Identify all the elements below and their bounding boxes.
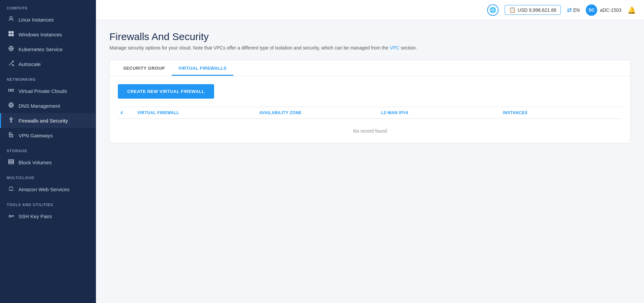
tab-security-group[interactable]: SECURITY GROUP: [116, 60, 172, 76]
sidebar-item-dns-management[interactable]: DNS Management: [0, 98, 96, 113]
language-label: EN: [573, 7, 580, 13]
translate-icon: ⇄: [567, 6, 572, 14]
ssh-key-pairs-icon: [8, 212, 14, 220]
linux-instances-label: Linux Instances: [19, 17, 89, 23]
sidebar-item-autoscale[interactable]: Autoscale: [0, 57, 96, 71]
svg-rect-1: [9, 31, 11, 34]
tabs: SECURITY GROUP VIRTUAL FIREWALLS: [110, 60, 630, 76]
sidebar-item-ssh-key-pairs[interactable]: SSH Key Pairs: [0, 209, 96, 224]
balance-icon: 📋: [509, 7, 516, 13]
user-avatar: SC: [586, 4, 597, 16]
autoscale-label: Autoscale: [19, 61, 89, 67]
tab-virtual-firewalls[interactable]: VIRTUAL FIREWALLS: [172, 60, 233, 76]
windows-instances-label: Windows Instances: [19, 32, 89, 37]
create-firewall-button[interactable]: CREATE NEW VIRTUAL FIREWALL: [118, 84, 214, 99]
firewalls-and-security-label: Firewalls and Security: [19, 118, 89, 124]
svg-point-25: [9, 215, 11, 217]
col-num: #: [118, 110, 135, 115]
svg-point-19: [10, 118, 12, 120]
svg-rect-3: [9, 34, 11, 36]
page-desc-text: Manage security options for your cloud. …: [109, 45, 388, 50]
svg-point-5: [10, 48, 12, 49]
svg-rect-2: [11, 31, 14, 34]
empty-state-message: No record found: [118, 119, 622, 143]
sidebar-item-block-volumes[interactable]: Block Volumes: [0, 155, 96, 170]
firewalls-and-security-icon: [8, 117, 14, 124]
user-menu[interactable]: SC aDC-1503: [586, 4, 621, 16]
balance-amount: USD 9,998,621.66: [518, 7, 556, 13]
sidebar-item-amazon-web-services[interactable]: Amazon Web Services: [0, 182, 96, 197]
page-description: Manage security options for your cloud. …: [109, 45, 631, 50]
virtual-private-clouds-label: Virtual Private Clouds: [19, 88, 89, 94]
dns-management-icon: [8, 102, 14, 109]
firewalls-card: SECURITY GROUP VIRTUAL FIREWALLS CREATE …: [109, 60, 631, 143]
kubernetes-service-label: Kubernetes Service: [19, 46, 89, 52]
block-volumes-label: Block Volumes: [19, 160, 89, 165]
ssh-key-pairs-label: SSH Key Pairs: [19, 213, 89, 219]
language-selector[interactable]: ⇄ EN: [567, 6, 580, 14]
col-l2-wan-ipv4: L2-WAN IPv4: [378, 110, 500, 115]
virtual-private-clouds-icon: [8, 87, 14, 95]
col-virtual-firewall: VIRTUAL FIREWALL: [135, 110, 257, 115]
svg-rect-13: [9, 89, 11, 91]
sidebar-item-linux-instances[interactable]: Linux Instances: [0, 12, 96, 27]
sidebar-section-storage: STORAGE: [0, 143, 96, 155]
block-volumes-icon: [8, 159, 14, 166]
sidebar-item-virtual-private-clouds[interactable]: Virtual Private Clouds: [0, 83, 96, 98]
svg-rect-22: [9, 160, 14, 161]
main-area: 🌐 📋 USD 9,998,621.66 ⇄ EN SC aDC-1503 🔔 …: [96, 0, 644, 303]
amazon-web-services-label: Amazon Web Services: [19, 187, 89, 192]
windows-instances-icon: [8, 31, 14, 38]
amazon-web-services-icon: [8, 186, 14, 193]
notifications-bell[interactable]: 🔔: [628, 6, 636, 14]
svg-point-21: [11, 135, 11, 136]
sidebar-section-tools-and-utilities: TOOLS AND UTILITIES: [0, 197, 96, 209]
balance-display[interactable]: 📋 USD 9,998,621.66: [505, 5, 561, 15]
sidebar-item-kubernetes-service[interactable]: Kubernetes Service: [0, 42, 96, 57]
table-header: # VIRTUAL FIREWALL AVAILABILITY ZONE L2-…: [118, 107, 622, 119]
linux-instances-icon: [8, 16, 14, 23]
username-label: aDC-1503: [600, 7, 621, 13]
globe-icon[interactable]: 🌐: [487, 4, 499, 16]
sidebar-item-firewalls-and-security[interactable]: Firewalls and Security: [0, 113, 96, 128]
sidebar: COMPUTELinux InstancesWindows InstancesK…: [0, 0, 96, 303]
kubernetes-service-icon: [8, 45, 14, 53]
page-title: Firewalls And Security: [109, 31, 631, 42]
sidebar-section-networking: NETWORKING: [0, 71, 96, 83]
vpn-gateways-icon: [8, 132, 14, 139]
topbar: 🌐 📋 USD 9,998,621.66 ⇄ EN SC aDC-1503 🔔: [96, 0, 644, 20]
svg-rect-24: [9, 163, 14, 164]
dns-management-label: DNS Management: [19, 103, 89, 109]
vpn-gateways-label: VPN Gateways: [19, 133, 89, 138]
sidebar-section-compute: COMPUTE: [0, 0, 96, 12]
svg-rect-23: [9, 161, 14, 163]
sidebar-section-multicloud: MULTICLOUD: [0, 170, 96, 182]
svg-rect-4: [11, 34, 14, 36]
vpc-link[interactable]: VPC: [390, 45, 400, 50]
page-desc-suffix: section.: [401, 45, 417, 50]
svg-rect-14: [12, 89, 14, 91]
sidebar-item-windows-instances[interactable]: Windows Instances: [0, 27, 96, 42]
sidebar-item-vpn-gateways[interactable]: VPN Gateways: [0, 128, 96, 143]
page-content: Firewalls And Security Manage security o…: [96, 20, 644, 303]
svg-point-0: [10, 16, 12, 19]
card-body: CREATE NEW VIRTUAL FIREWALL # VIRTUAL FI…: [110, 76, 630, 143]
col-availability-zone: AVAILABILITY ZONE: [257, 110, 378, 115]
col-instances: INSTANCES: [500, 110, 622, 115]
autoscale-icon: [8, 60, 14, 68]
